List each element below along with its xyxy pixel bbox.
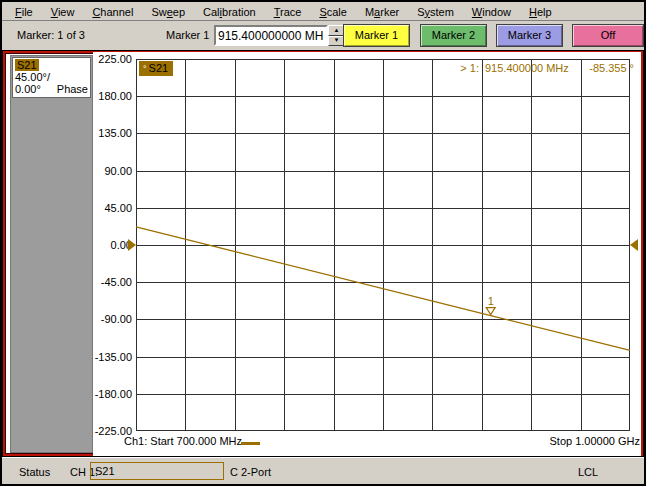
status-label: Status [19, 466, 50, 478]
marker-frequency-input[interactable] [214, 25, 328, 46]
start-frequency-label: Ch1: Start 700.000 MHz [124, 435, 242, 447]
status-mode-label: LCL [578, 466, 598, 478]
network-analyzer-window: File View Channel Sweep Calibration Trac… [0, 0, 646, 486]
marker-2-button[interactable]: Marker 2 [420, 24, 487, 47]
trace-sidebar: S21 45.00°/ 0.00° Phase [10, 55, 93, 453]
marker-1-button[interactable]: Marker 1 [343, 24, 410, 47]
marker-readout-value: -85.355 ° [534, 62, 634, 74]
menu-bar: File View Channel Sweep Calibration Trac… [2, 2, 644, 21]
status-cal-label: C 2-Port [230, 466, 271, 478]
y-tick-label: -45.00 [92, 276, 132, 288]
menu-scale[interactable]: Scale [310, 4, 356, 20]
y-tick-label: -180.00 [92, 388, 132, 400]
reference-value: 0.00° [15, 83, 41, 95]
y-tick-label: -135.00 [92, 351, 132, 363]
marker-3-button[interactable]: Marker 3 [496, 24, 563, 47]
format-label: Phase [57, 83, 88, 95]
trace-name-chip[interactable]: S21 [15, 59, 39, 71]
marker-number-label: Marker 1 [166, 29, 209, 41]
y-tick-label: 180.00 [92, 90, 132, 102]
trace-info-panel[interactable]: S21 45.00°/ 0.00° Phase [12, 57, 91, 98]
trace-color-key-icon [241, 442, 260, 445]
menu-system[interactable]: System [408, 4, 463, 20]
status-bar: Status CH 1: S21 C 2-Port LCL [2, 457, 644, 484]
menu-view[interactable]: View [42, 4, 84, 20]
stop-frequency-label: Stop 1.00000 GHz [440, 435, 640, 447]
marker-status-label: Marker: 1 of 3 [17, 29, 85, 41]
menu-sweep[interactable]: Sweep [142, 4, 194, 20]
trace-tab[interactable]: °S21 [139, 61, 173, 76]
menu-window[interactable]: Window [463, 4, 520, 20]
menu-marker[interactable]: Marker [356, 4, 408, 20]
y-tick-label: -90.00 [92, 313, 132, 325]
marker-off-button[interactable]: Off [572, 24, 644, 47]
status-measurement-label: S21 [95, 465, 115, 477]
trace-tab-label: S21 [149, 62, 169, 74]
marker-number-text: 1 [488, 295, 494, 307]
y-tick-label: 90.00 [92, 165, 132, 177]
scale-per-div-value: 45.00°/ [15, 71, 88, 83]
menu-channel[interactable]: Channel [83, 4, 142, 20]
menu-help[interactable]: Help [520, 4, 561, 20]
marker-readout-number: > 1: [396, 62, 479, 74]
plot-area[interactable]: 1 [136, 59, 630, 431]
status-measurement-box[interactable]: S21 [90, 462, 224, 480]
menu-trace[interactable]: Trace [265, 4, 311, 20]
y-tick-label: 225.00 [92, 53, 132, 65]
menu-file[interactable]: File [6, 4, 42, 20]
y-tick-label: 45.00 [92, 202, 132, 214]
trace-format-icon: ° [143, 64, 147, 74]
marker-symbol-icon[interactable] [486, 308, 495, 315]
marker-toolbar: Marker: 1 of 3 Marker 1 ▲ ▼ Marker 1 Mar… [2, 22, 644, 50]
y-tick-label: 0.00 [92, 239, 132, 251]
menu-calibration[interactable]: Calibration [194, 4, 265, 20]
y-tick-label: 135.00 [92, 127, 132, 139]
